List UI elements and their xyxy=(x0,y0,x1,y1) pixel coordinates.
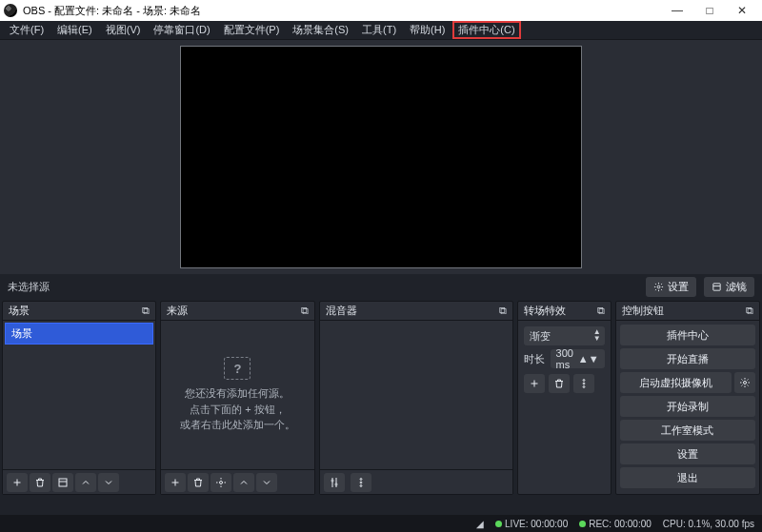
filters-button[interactable]: 滤镜 xyxy=(704,277,754,297)
sources-body[interactable]: ? 您还没有添加任何源。 点击下面的 + 按钮， 或者右击此处添加一个。 xyxy=(161,321,313,469)
svg-point-0 xyxy=(657,286,660,288)
obs-logo-icon xyxy=(4,4,17,17)
empty-text-2: 点击下面的 + 按钮， xyxy=(190,402,286,418)
mixer-menu-button[interactable] xyxy=(351,473,371,492)
status-live: LIVE: 00:00:00 xyxy=(495,519,568,529)
sources-header: 来源 ⧉ xyxy=(161,302,313,321)
docks-row: 场景 ⧉ 场景 来源 ⧉ ? 您还没有添加任何源。 点击下面的 + 按钮， 或者… xyxy=(0,299,762,495)
transitions-dock: 转场特效 ⧉ 渐变 ▲▼ 时长 300 ms ▲▼ xyxy=(517,301,612,495)
spinner-icon: ▲▼ xyxy=(593,328,601,342)
transition-buttons xyxy=(524,374,605,393)
remove-source-button[interactable] xyxy=(188,473,209,492)
start-streaming-button[interactable]: 开始直播 xyxy=(620,348,755,369)
controls-title: 控制按钮 xyxy=(622,304,664,318)
properties-label: 设置 xyxy=(668,280,689,294)
svg-point-9 xyxy=(220,481,223,483)
empty-text-3: 或者右击此处添加一个。 xyxy=(180,417,295,433)
scenes-toolbar xyxy=(3,469,155,494)
popout-icon[interactable]: ⧉ xyxy=(597,305,605,317)
window-title: OBS - 配置文件: 未命名 - 场景: 未命名 xyxy=(23,4,201,18)
filters-icon xyxy=(712,282,722,292)
source-up-button[interactable] xyxy=(233,473,254,492)
svg-point-10 xyxy=(331,480,333,482)
duration-label: 时长 xyxy=(524,352,547,366)
close-button[interactable]: ✕ xyxy=(726,0,758,21)
menu-help[interactable]: 帮助(H) xyxy=(404,21,451,39)
scene-filters-button[interactable] xyxy=(52,473,73,492)
start-virtual-camera-button[interactable]: 启动虚拟摄像机 xyxy=(620,372,732,393)
popout-icon[interactable]: ⧉ xyxy=(301,305,309,317)
titlebar: OBS - 配置文件: 未命名 - 场景: 未命名 — □ ✕ xyxy=(0,0,762,21)
svg-point-16 xyxy=(360,478,362,480)
status-rec: REC: 00:00:00 xyxy=(579,519,652,529)
sources-dock: 来源 ⧉ ? 您还没有添加任何源。 点击下面的 + 按钮， 或者右击此处添加一个… xyxy=(160,301,314,495)
source-down-button[interactable] xyxy=(256,473,277,492)
start-recording-button[interactable]: 开始录制 xyxy=(620,396,755,417)
duration-input[interactable]: 300 ms ▲▼ xyxy=(551,349,605,368)
preview-area xyxy=(0,40,762,274)
popout-icon[interactable]: ⧉ xyxy=(746,305,753,317)
controls-body: 插件中心 开始直播 启动虚拟摄像机 开始录制 工作室模式 设置 退出 xyxy=(616,321,759,494)
menu-scene-collection[interactable]: 场景集合(S) xyxy=(287,21,354,39)
svg-point-22 xyxy=(583,383,585,384)
exit-button[interactable]: 退出 xyxy=(620,467,755,488)
add-scene-button[interactable] xyxy=(7,473,28,492)
add-source-button[interactable] xyxy=(165,473,186,492)
transition-type-value: 渐变 xyxy=(530,329,551,344)
mixer-body[interactable] xyxy=(320,321,512,469)
scenes-dock: 场景 ⧉ 场景 xyxy=(2,301,156,495)
rec-dot-icon xyxy=(579,521,586,527)
menu-file[interactable]: 文件(F) xyxy=(4,21,50,39)
properties-button[interactable]: 设置 xyxy=(646,277,696,297)
transition-menu-button[interactable] xyxy=(573,374,594,393)
menu-dock[interactable]: 停靠窗口(D) xyxy=(148,21,215,39)
signal-icon: ◢ xyxy=(476,519,484,529)
transitions-title: 转场特效 xyxy=(524,304,566,318)
virtual-camera-settings-button[interactable] xyxy=(734,372,755,393)
gear-icon xyxy=(653,282,664,292)
mixer-header: 混音器 ⧉ xyxy=(320,302,512,321)
sources-toolbar xyxy=(161,469,313,494)
source-properties-button[interactable] xyxy=(211,473,231,492)
duration-row: 时长 300 ms ▲▼ xyxy=(524,349,605,368)
settings-button[interactable]: 设置 xyxy=(620,443,755,464)
source-toolbar: 未选择源 设置 滤镜 xyxy=(0,274,762,299)
empty-text-1: 您还没有添加任何源。 xyxy=(185,385,290,402)
scene-down-button[interactable] xyxy=(98,473,119,492)
status-cpu: CPU: 0.1%, 30.00 fps xyxy=(663,519,754,529)
menu-view[interactable]: 视图(V) xyxy=(100,21,147,39)
sources-title: 来源 xyxy=(167,304,188,318)
add-transition-button[interactable] xyxy=(524,374,545,393)
transition-type-select[interactable]: 渐变 ▲▼ xyxy=(524,326,605,345)
live-dot-icon xyxy=(495,521,502,527)
remove-scene-button[interactable] xyxy=(30,473,50,492)
window-controls: — □ ✕ xyxy=(661,0,758,21)
menu-tools[interactable]: 工具(T) xyxy=(356,21,402,39)
remove-transition-button[interactable] xyxy=(549,374,570,393)
scene-up-button[interactable] xyxy=(75,473,96,492)
svg-point-11 xyxy=(335,483,337,485)
svg-rect-1 xyxy=(713,283,720,289)
minimize-button[interactable]: — xyxy=(661,0,693,21)
menu-plugin-center[interactable]: 插件中心(C) xyxy=(452,21,520,39)
svg-point-23 xyxy=(583,386,585,388)
maximize-button[interactable]: □ xyxy=(693,0,726,21)
popout-icon[interactable]: ⧉ xyxy=(142,305,150,317)
mixer-toolbar xyxy=(320,469,512,494)
mixer-dock: 混音器 ⧉ xyxy=(319,301,513,495)
filters-label: 滤镜 xyxy=(726,280,747,294)
scene-item[interactable]: 场景 xyxy=(5,323,153,345)
spinner-icon: ▲▼ xyxy=(578,353,599,365)
svg-rect-5 xyxy=(59,479,67,486)
popout-icon[interactable]: ⧉ xyxy=(499,305,507,317)
scenes-header: 场景 ⧉ xyxy=(3,302,155,321)
mixer-settings-button[interactable] xyxy=(324,473,345,492)
preview-canvas[interactable] xyxy=(180,46,582,268)
no-source-label: 未选择源 xyxy=(8,280,50,294)
menubar: 文件(F)编辑(E)视图(V)停靠窗口(D)配置文件(P)场景集合(S)工具(T… xyxy=(0,21,762,40)
scenes-body[interactable]: 场景 xyxy=(3,321,155,469)
plugin-center-button[interactable]: 插件中心 xyxy=(620,325,755,345)
menu-edit[interactable]: 编辑(E) xyxy=(51,21,98,39)
studio-mode-button[interactable]: 工作室模式 xyxy=(620,420,755,441)
menu-profile[interactable]: 配置文件(P) xyxy=(218,21,286,39)
